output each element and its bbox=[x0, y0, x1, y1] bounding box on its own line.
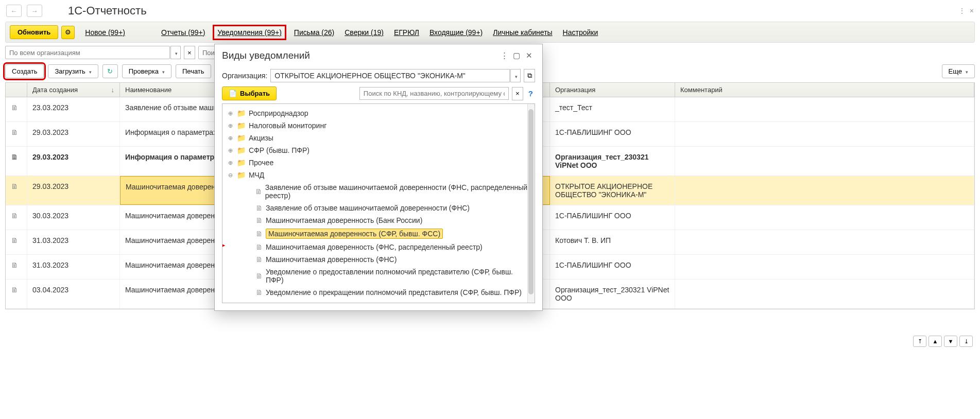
row-comment bbox=[675, 205, 974, 230]
expand-icon[interactable]: ⊕ bbox=[227, 160, 234, 166]
expand-icon[interactable]: ⊕ bbox=[227, 147, 234, 154]
row-date: 23.03.2023 bbox=[27, 97, 120, 121]
org-filter-clear[interactable]: × bbox=[184, 46, 195, 59]
highlight-arrow-annotation: ➤ bbox=[222, 239, 226, 252]
window-controls: ⋮ × bbox=[958, 7, 974, 15]
folder-icon: 📁 bbox=[237, 171, 246, 179]
document-icon: 🗎 bbox=[255, 230, 263, 238]
org-open-button[interactable]: ⧉ bbox=[524, 69, 535, 82]
create-button[interactable]: Создать bbox=[5, 64, 44, 78]
document-icon: 🗎 bbox=[255, 216, 263, 224]
row-comment bbox=[675, 147, 974, 176]
folder-icon: 📁 bbox=[237, 134, 246, 142]
tab-reconciliations[interactable]: Сверки (19) bbox=[345, 28, 384, 37]
tab-cabinets[interactable]: Личные кабинеты bbox=[493, 28, 552, 37]
row-date: 03.04.2023 bbox=[27, 280, 120, 308]
org-filter-dropdown[interactable] bbox=[170, 46, 181, 59]
th-comment[interactable]: Комментарий bbox=[675, 83, 974, 97]
tab-incoming[interactable]: Входящие (99+) bbox=[429, 28, 483, 37]
expand-icon[interactable]: ⊕ bbox=[227, 123, 234, 129]
tree-folder[interactable]: ⊕📁Акцизы bbox=[225, 132, 532, 144]
print-button[interactable]: Печать bbox=[176, 64, 211, 78]
tree-search-clear[interactable]: × bbox=[512, 87, 523, 100]
sort-desc-icon: ↓ bbox=[111, 86, 115, 94]
select-button[interactable]: 📄Выбрать bbox=[222, 86, 277, 100]
dialog-close-button[interactable]: ✕ bbox=[523, 49, 535, 62]
scroll-down-button[interactable]: ▼ bbox=[944, 336, 957, 347]
row-comment bbox=[675, 230, 974, 254]
th-org[interactable]: Организация bbox=[550, 83, 675, 97]
help-icon[interactable]: ? bbox=[526, 89, 535, 98]
row-comment bbox=[675, 255, 974, 279]
tree-item[interactable]: ·🗎Машиночитаемая доверенность (ФНС, расп… bbox=[225, 241, 532, 253]
scroll-top-button[interactable]: ⤒ bbox=[913, 336, 926, 347]
tree-folder-label: Акцизы bbox=[249, 134, 273, 142]
scroll-up-button[interactable]: ▲ bbox=[929, 336, 942, 347]
scrollbar-thumb[interactable] bbox=[528, 109, 534, 294]
document-icon: 🗎 bbox=[11, 286, 18, 294]
tree-item-label: Уведомление о предоставлении полномочий … bbox=[266, 268, 530, 284]
tree-folder[interactable]: ⊕📁Росприроднадзор bbox=[225, 107, 532, 119]
row-date: 30.03.2023 bbox=[27, 205, 120, 230]
tab-notifications[interactable]: Уведомления (99+) bbox=[215, 27, 284, 38]
folder-icon: 📁 bbox=[237, 121, 246, 130]
tree-item[interactable]: ·🗎Уведомление о предоставлении полномочи… bbox=[225, 266, 532, 286]
settings-gear-button[interactable]: ⚙ bbox=[61, 26, 75, 39]
row-org: 1С-ПАБЛИШИНГ ООО bbox=[550, 205, 675, 230]
expand-icon[interactable]: ⊕ bbox=[227, 135, 234, 142]
notification-types-dialog: Виды уведомлений ⋮ ▢ ✕ Организация: ОТКР… bbox=[214, 44, 543, 311]
tree-scrollbar[interactable] bbox=[527, 104, 535, 303]
document-icon: 🗎 bbox=[11, 128, 18, 136]
expand-icon[interactable]: ⊕ bbox=[227, 110, 234, 117]
tab-reports[interactable]: Отчеты (99+) bbox=[161, 28, 205, 37]
page-title: 1С-Отчетность bbox=[68, 4, 147, 18]
row-comment bbox=[675, 176, 974, 205]
th-date[interactable]: Дата создания↓ bbox=[27, 83, 120, 97]
tree-item[interactable]: ·🗎Заявление об отзыве машиночитаемой дов… bbox=[225, 202, 532, 214]
tree-item-label: Машиночитаемая доверенность (ФНС, распре… bbox=[266, 243, 483, 251]
tab-egrul[interactable]: ЕГРЮЛ bbox=[394, 28, 419, 37]
dialog-maximize-button[interactable]: ▢ bbox=[510, 49, 523, 62]
tree-folder[interactable]: ⊕📁СФР (бывш. ПФР) bbox=[225, 144, 532, 156]
document-icon: 🗎 bbox=[11, 182, 18, 190]
tree-item[interactable]: ·🗎Машиночитаемая доверенность (СФР, бывш… bbox=[225, 226, 532, 241]
dialog-titlebar: Виды уведомлений ⋮ ▢ ✕ bbox=[215, 44, 542, 67]
tree-item[interactable]: ·🗎Машиночитаемая доверенность (Банк Росс… bbox=[225, 214, 532, 226]
tree-folder[interactable]: ⊕📁Налоговый мониторинг bbox=[225, 119, 532, 132]
tree-folder[interactable]: ⊕📁Прочее bbox=[225, 156, 532, 169]
reload-icon: ↻ bbox=[107, 67, 113, 75]
org-dropdown-button[interactable] bbox=[510, 69, 521, 82]
tree-item[interactable]: ·🗎Заявление об отзыве машиночитаемой дов… bbox=[225, 181, 532, 202]
th-icon[interactable] bbox=[6, 83, 27, 97]
org-filter-input[interactable] bbox=[5, 46, 170, 59]
nav-forward-button[interactable]: → bbox=[27, 5, 42, 17]
row-org: Организация_тест_230321 ViPNet ООО bbox=[550, 147, 675, 176]
refresh-button[interactable]: Обновить bbox=[10, 25, 58, 39]
refresh-icon-button[interactable]: ↻ bbox=[102, 64, 118, 78]
row-icon: 🗎 bbox=[6, 205, 27, 230]
tree-item[interactable]: ·🗎Уведомление о прекращении полномочий п… bbox=[225, 286, 532, 299]
tree-search-input[interactable] bbox=[359, 87, 509, 100]
document-icon: 🗎 bbox=[255, 243, 263, 251]
tab-settings[interactable]: Настройки bbox=[563, 28, 598, 37]
close-icon[interactable]: × bbox=[970, 7, 974, 15]
tree-item[interactable]: ·🗎Машиночитаемая доверенность (ФНС) bbox=[225, 253, 532, 266]
collapse-icon[interactable]: ⊖ bbox=[227, 172, 234, 179]
check-button[interactable]: Проверка bbox=[122, 64, 171, 78]
scroll-bottom-button[interactable]: ⤓ bbox=[959, 336, 973, 347]
row-icon: 🗎 bbox=[6, 176, 27, 205]
load-button[interactable]: Загрузить bbox=[48, 64, 98, 78]
row-icon: 🗎 bbox=[6, 230, 27, 254]
dialog-menu-button[interactable]: ⋮ bbox=[498, 49, 510, 62]
tree-folder-label: Росприроднадзор bbox=[249, 109, 308, 117]
tree-folder-label: СФР (бывш. ПФР) bbox=[249, 146, 310, 154]
more-button[interactable]: Еще bbox=[942, 64, 975, 78]
tree-folder[interactable]: ⊖📁МЧД bbox=[225, 169, 532, 181]
row-org: ОТКРЫТОЕ АКЦИОНЕРНОЕ ОБЩЕСТВО "ЭКОНИКА-М… bbox=[550, 176, 675, 205]
select-row: 📄Выбрать × ? bbox=[222, 86, 535, 100]
tab-new[interactable]: Новое (99+) bbox=[85, 28, 125, 37]
menu-icon[interactable]: ⋮ bbox=[958, 7, 966, 15]
tab-letters[interactable]: Письма (26) bbox=[294, 28, 334, 37]
org-value-field[interactable]: ОТКРЫТОЕ АКЦИОНЕРНОЕ ОБЩЕСТВО "ЭКОНИКА-М… bbox=[270, 69, 510, 82]
nav-back-button[interactable]: ← bbox=[6, 5, 22, 17]
